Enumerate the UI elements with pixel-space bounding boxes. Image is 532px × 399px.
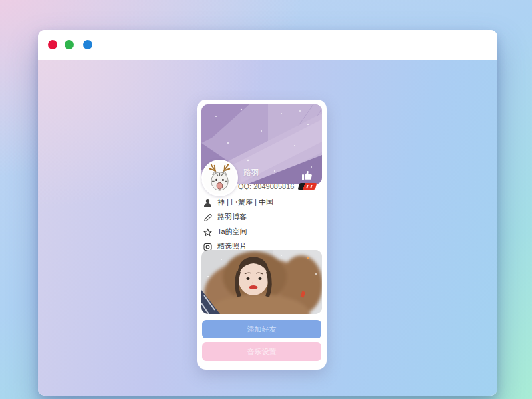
girl-in-teddy-hood-photo bbox=[201, 250, 322, 314]
close-button[interactable] bbox=[48, 40, 57, 49]
profile-card: 路羽 bbox=[197, 100, 327, 370]
avatar bbox=[201, 160, 238, 196]
info-text: 神 | 巨蟹座 | 中国 bbox=[217, 198, 273, 207]
add-friend-button[interactable]: 添加好友 bbox=[202, 320, 321, 338]
desktop-background: 路羽 bbox=[0, 0, 532, 399]
qq-row: QQ: 2049085816 bbox=[238, 182, 316, 191]
person-icon bbox=[203, 198, 212, 207]
blog-link-row[interactable]: 路羽博客 bbox=[203, 212, 320, 221]
pencil-icon bbox=[203, 213, 212, 221]
camera-icon bbox=[203, 242, 212, 251]
info-text: 路羽博客 bbox=[217, 212, 247, 222]
star-icon bbox=[203, 227, 212, 236]
profile-info-row: 神 | 巨蟹座 | 中国 bbox=[203, 198, 320, 207]
minimize-button[interactable] bbox=[65, 40, 74, 49]
photos-row[interactable]: 精选照片 bbox=[203, 241, 320, 251]
music-settings-button[interactable]: 音乐设置 bbox=[202, 342, 321, 361]
qzone-link-row[interactable]: Ta的空间 bbox=[203, 227, 320, 236]
window-titlebar bbox=[38, 30, 497, 60]
info-text: Ta的空间 bbox=[217, 227, 247, 237]
featured-photo[interactable] bbox=[201, 250, 322, 314]
cat-with-antlers-drawing bbox=[203, 162, 236, 194]
thumbs-up-icon[interactable] bbox=[301, 168, 314, 182]
profile-info-list: 神 | 巨蟹座 | 中国 路羽博客 Ta的空间 精选照片 bbox=[203, 198, 320, 256]
level-badge-icon bbox=[298, 183, 317, 190]
maximize-button[interactable] bbox=[83, 40, 92, 49]
qq-number: QQ: 2049085816 bbox=[238, 182, 294, 190]
